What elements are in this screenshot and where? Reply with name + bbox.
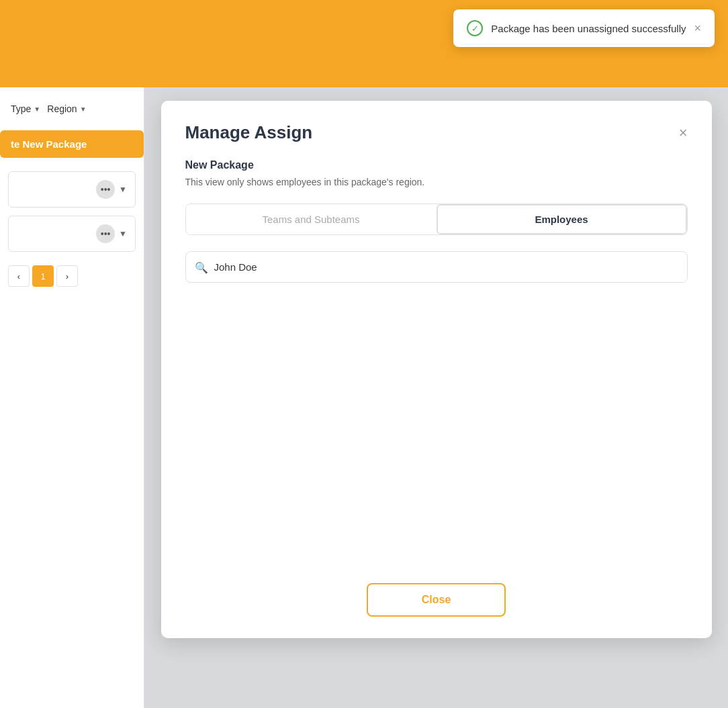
close-dialog-button[interactable]: Close xyxy=(367,583,506,617)
dialog-package-name: New Package xyxy=(185,159,688,171)
dialog-footer: Close xyxy=(185,562,688,617)
toast-notification: ✓ Package has been unassigned successful… xyxy=(453,9,715,47)
type-chevron-icon: ▼ xyxy=(34,105,40,113)
tab-teams-subteams[interactable]: Teams and Subteams xyxy=(186,204,437,234)
success-icon: ✓ xyxy=(467,20,483,36)
dialog-close-button[interactable]: × xyxy=(679,126,688,140)
list-item: ••• ▼ xyxy=(8,171,136,208)
dialog-title: Manage Assign xyxy=(185,122,313,143)
list-item: ••• ▼ xyxy=(8,216,136,252)
list-item-actions: ••• ▼ xyxy=(96,180,127,199)
tab-teams-label: Teams and Subteams xyxy=(262,214,359,225)
expand-button[interactable]: ▼ xyxy=(119,229,127,238)
manage-assign-dialog: Manage Assign × New Package This view on… xyxy=(161,101,712,638)
sidebar: Type ▼ Region ▼ te New Package ••• ▼ •••… xyxy=(0,87,144,708)
prev-page-button[interactable]: ‹ xyxy=(8,265,30,287)
create-new-package-button[interactable]: te New Package xyxy=(0,130,144,158)
region-filter-label: Region xyxy=(47,103,77,114)
more-options-button[interactable]: ••• xyxy=(96,180,115,199)
tab-employees-label: Employees xyxy=(535,214,588,225)
header-bar: ✓ Package has been unassigned successful… xyxy=(0,0,728,87)
expand-button[interactable]: ▼ xyxy=(119,185,127,194)
main-content: Type ▼ Region ▼ te New Package ••• ▼ •••… xyxy=(0,87,728,708)
current-page-button[interactable]: 1 xyxy=(32,265,54,287)
dialog-header: Manage Assign × xyxy=(185,122,688,143)
search-wrapper: 🔍 xyxy=(185,251,688,283)
tab-employees[interactable]: Employees xyxy=(437,204,687,234)
region-chevron-icon: ▼ xyxy=(80,105,87,113)
employee-search-input[interactable] xyxy=(185,251,688,283)
toast-close-button[interactable]: × xyxy=(694,22,701,34)
type-filter-button[interactable]: Type ▼ xyxy=(11,101,40,117)
dialog-overlay: Manage Assign × New Package This view on… xyxy=(144,87,728,708)
sidebar-filters: Type ▼ Region ▼ xyxy=(0,101,144,117)
dialog-tabs: Teams and Subteams Employees xyxy=(185,204,688,235)
dialog-description: This view only shows employees in this p… xyxy=(185,177,688,187)
region-filter-button[interactable]: Region ▼ xyxy=(47,101,86,117)
toast-message: Package has been unassigned successfully xyxy=(491,23,686,34)
search-results-area xyxy=(185,299,688,562)
next-page-button[interactable]: › xyxy=(56,265,78,287)
list-item-actions: ••• ▼ xyxy=(96,224,127,243)
type-filter-label: Type xyxy=(11,103,31,114)
more-options-button[interactable]: ••• xyxy=(96,224,115,243)
pagination: ‹ 1 › xyxy=(0,265,144,287)
